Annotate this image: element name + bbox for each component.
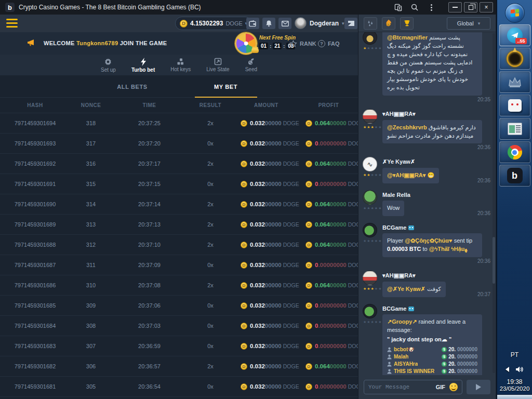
taskbar-app-conquer-game[interactable] bbox=[499, 48, 530, 70]
menu-hamburger-icon[interactable] bbox=[6, 19, 18, 28]
show-desktop-button[interactable] bbox=[497, 394, 532, 399]
table-row[interactable]: 797145930168831220:37:102xD0.03200000DOG… bbox=[0, 235, 358, 255]
username[interactable]: ✗Ye Kyaw✗ bbox=[382, 158, 491, 165]
taskbar-app-chrome[interactable] bbox=[499, 141, 530, 163]
settings-item-turbo-bet[interactable]: Turbo bet bbox=[131, 58, 155, 73]
rank-link[interactable]: RANK bbox=[289, 32, 316, 55]
mention[interactable]: @✿Çôŋç✿Çhúα♥ bbox=[405, 237, 452, 244]
recipient-name[interactable]: Malah bbox=[394, 353, 408, 361]
table-row[interactable]: 797145930168130520:36:540xD0.03200000DOG… bbox=[0, 377, 358, 397]
doge-coin-icon: D bbox=[241, 161, 247, 167]
welcome-banner: WELCOME Tungkonn6789 JOIN THE GAME Next … bbox=[0, 32, 358, 55]
username[interactable]: Male Rella bbox=[382, 192, 491, 198]
mention[interactable]: @▾AH▣▣RA▾ bbox=[387, 172, 425, 178]
start-button[interactable] bbox=[505, 3, 525, 23]
chat-toggle-button[interactable] bbox=[344, 18, 357, 29]
table-row[interactable]: 797145930168530920:37:060xD0.03200000DOG… bbox=[0, 296, 358, 316]
settings-item-live-state[interactable]: Live State bbox=[206, 58, 229, 72]
bets-table: 797145930169431820:37:252xD0.03200000DOG… bbox=[0, 113, 358, 399]
result-cell: 0x bbox=[187, 383, 234, 390]
settings-item-setup[interactable]: Set up bbox=[101, 58, 116, 73]
avatar[interactable] bbox=[363, 109, 377, 124]
show-hidden-icons[interactable] bbox=[506, 367, 509, 372]
table-row[interactable]: 797145930168430820:37:030xD0.03200000DOG… bbox=[0, 316, 358, 336]
chat-channel-select[interactable]: Global▾ bbox=[447, 17, 490, 30]
spin-wheel-icon[interactable] bbox=[235, 32, 257, 55]
taskbar-app-app-window[interactable] bbox=[499, 118, 530, 140]
faq-link[interactable]: ? FAQ bbox=[318, 32, 340, 55]
recipient-name[interactable]: AISYAHra bbox=[394, 361, 418, 368]
mention[interactable]: @ϟThãĩ ϟHậυﻬ bbox=[429, 246, 468, 252]
mention[interactable]: ↗Groopy↗ bbox=[387, 318, 417, 325]
emoji-button[interactable] bbox=[449, 383, 458, 391]
tab-my-bet[interactable]: MY BET bbox=[195, 84, 257, 98]
message-meta: ★★★★★ bbox=[363, 32, 382, 102]
translate-icon[interactable] bbox=[393, 3, 403, 12]
table-row[interactable]: 797145930169331720:37:200xD0.03200000DOG… bbox=[0, 134, 358, 154]
messages-button[interactable] bbox=[278, 18, 291, 29]
recipient-name[interactable]: bcbot🐶 bbox=[394, 346, 415, 354]
nonce-cell: 312 bbox=[70, 242, 112, 248]
table-row[interactable]: 797145930168330720:36:590xD0.03200000DOG… bbox=[0, 336, 358, 356]
table-row[interactable]: 797145930169431820:37:252xD0.03200000DOG… bbox=[0, 113, 358, 134]
bonus-button[interactable]: B bbox=[382, 17, 395, 30]
avatar[interactable] bbox=[363, 190, 377, 205]
table-row[interactable]: 797145930169131520:37:150xD0.03200000DOG… bbox=[0, 174, 358, 194]
username[interactable]: ▾AH▣▣RA▾ bbox=[382, 272, 491, 279]
avatar[interactable] bbox=[363, 271, 377, 285]
table-row[interactable]: 797145930169031420:37:142xD0.03200000DOG… bbox=[0, 194, 358, 215]
hash-cell: 7971459301682 bbox=[0, 363, 70, 369]
table-row[interactable]: 797145930168731120:37:090xD0.03200000DOG… bbox=[0, 255, 358, 275]
username[interactable]: BCGame bbox=[382, 224, 491, 231]
taskbar-app-dice-bot[interactable] bbox=[499, 95, 530, 116]
avatar[interactable] bbox=[363, 32, 377, 45]
mention[interactable]: @Btcmagnifier bbox=[387, 34, 428, 41]
balance-selector[interactable]: D 4.15302293 DOGE ▾ bbox=[175, 17, 252, 30]
person-icon bbox=[387, 362, 392, 367]
search-icon[interactable] bbox=[410, 3, 419, 12]
avatar[interactable] bbox=[363, 304, 377, 318]
settings-item-label: Seed bbox=[245, 66, 257, 72]
wallet-button[interactable] bbox=[246, 18, 259, 29]
taskbar-app-crown-app[interactable] bbox=[499, 71, 530, 93]
taskbar-app-bcgame[interactable]: b bbox=[499, 165, 530, 187]
star-icon: ★ bbox=[367, 287, 370, 290]
restore-button[interactable] bbox=[464, 2, 477, 12]
browser-titlebar: b Crypto Casino Games - The 8 Best Bitco… bbox=[0, 0, 496, 15]
gif-button[interactable]: GIF bbox=[436, 384, 445, 390]
message-bubble: @✗Ye Kyaw✗ کوفت bbox=[382, 282, 446, 297]
contest-button[interactable] bbox=[400, 17, 414, 30]
chat-message-input[interactable]: Your Message GIF bbox=[364, 380, 462, 394]
recipient-name[interactable]: THIS IS WINNER bbox=[394, 368, 434, 375]
mention[interactable]: @✗Ye Kyaw✗ bbox=[387, 286, 425, 292]
table-row[interactable]: 797145930168230620:36:572xD0.03200000DOG… bbox=[0, 356, 358, 377]
minimize-button[interactable] bbox=[448, 2, 462, 12]
clock-date[interactable]: 23/05/2020 bbox=[500, 385, 530, 392]
avatar[interactable] bbox=[363, 223, 377, 237]
settings-item-label: Live State bbox=[206, 66, 229, 72]
language-indicator[interactable]: PT bbox=[511, 351, 518, 358]
settings-item-hot-keys[interactable]: Hot keys bbox=[170, 58, 191, 72]
username[interactable]: BCGame bbox=[382, 305, 491, 312]
table-row[interactable]: 797145930168931320:37:132xD0.03200000DOG… bbox=[0, 215, 358, 235]
hash-cell: 7971459301684 bbox=[0, 323, 70, 329]
table-row[interactable]: 797145930169231620:37:172xD0.03200000DOG… bbox=[0, 154, 358, 174]
chat-scrollbar[interactable] bbox=[493, 33, 495, 373]
table-row[interactable]: 797145930168631020:37:082xD0.03200000DOG… bbox=[0, 275, 358, 296]
clock-time[interactable]: 19:38 bbox=[507, 378, 522, 385]
hash-cell: 7971459301683 bbox=[0, 343, 70, 349]
notifications-button[interactable] bbox=[262, 18, 275, 29]
page-title: Crypto Casino Games - The 8 Best Bitcoin… bbox=[19, 4, 201, 11]
username[interactable]: ▾AH▣▣RA▾ bbox=[382, 111, 491, 117]
settings-item-seed[interactable]: Seed bbox=[245, 58, 257, 72]
mention[interactable]: @Zecsbhkrvrb bbox=[387, 124, 427, 130]
tab-all-bets[interactable]: ALL BETS bbox=[101, 84, 164, 98]
user-menu[interactable]: Dogderan ▾ bbox=[295, 17, 344, 29]
taskbar-app-telegram[interactable]: ..55 bbox=[499, 24, 530, 46]
avatar[interactable]: ∿ bbox=[363, 157, 377, 171]
browser-menu-icon[interactable] bbox=[427, 3, 436, 12]
rain-button[interactable] bbox=[364, 17, 377, 30]
close-button[interactable]: × bbox=[480, 2, 493, 12]
send-button[interactable] bbox=[467, 380, 490, 394]
volume-icon[interactable] bbox=[515, 366, 524, 373]
